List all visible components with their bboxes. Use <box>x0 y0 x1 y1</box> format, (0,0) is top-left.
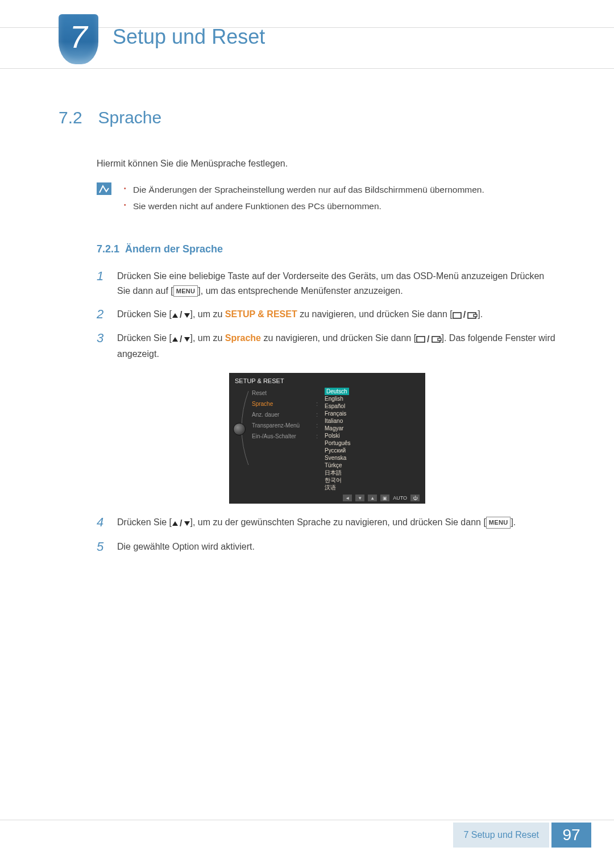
menu-key-icon: MENU <box>173 285 198 297</box>
osd-up-icon: ▲ <box>368 495 377 501</box>
step-text: ]. <box>511 517 516 527</box>
osd-lang-option: Polski <box>325 432 420 439</box>
osd-menu-item: Transparenz-Menü: <box>252 420 320 431</box>
osd-auto-label: AUTO <box>393 495 407 501</box>
section-number: 7.2 <box>59 108 96 127</box>
section-heading: 7.2 Sprache <box>59 108 557 127</box>
osd-power-icon: ⏻ <box>410 495 420 501</box>
osd-left-icon: ◄ <box>343 495 352 501</box>
osd-lang-option: Русский <box>325 447 420 454</box>
svg-rect-2 <box>453 313 461 318</box>
osd-lang-option: 日本語 <box>325 469 420 476</box>
up-down-key-icon: / <box>172 332 190 347</box>
note-item: Sie werden nicht auf andere Funktionen d… <box>122 198 484 214</box>
osd-lang-option: Português <box>325 439 420 447</box>
svg-rect-7 <box>417 337 425 342</box>
osd-lang-option: 한국어 <box>325 476 420 484</box>
enter-key-icon: / <box>453 308 478 322</box>
step-text: ]. <box>478 309 483 319</box>
osd-menu-item: Ein-/Aus-Schalter: <box>252 431 320 442</box>
step-number: 2 <box>97 307 105 323</box>
intro-text: Hiermit können Sie die Menüsprache festl… <box>97 159 557 169</box>
osd-lang-option: Italiano <box>325 417 420 425</box>
menu-key-icon: MENU <box>486 517 511 528</box>
svg-rect-4 <box>474 314 477 317</box>
svg-marker-5 <box>172 337 178 342</box>
step-number: 1 <box>97 269 105 299</box>
subsection-heading: 7.2.1 Ändern der Sprache <box>97 243 557 255</box>
footer-page-number: 97 <box>551 823 591 848</box>
footer-chapter-label: 7 Setup und Reset <box>453 823 549 848</box>
step-text: Drücken Sie [ <box>117 333 172 343</box>
step-item: 1 Drücken Sie eine beliebige Taste auf d… <box>97 269 557 299</box>
osd-lang-option: Türkçe <box>325 462 420 469</box>
svg-marker-11 <box>184 521 190 526</box>
svg-marker-6 <box>184 337 190 342</box>
osd-menu-item: Sprache: <box>252 398 320 409</box>
subsection-number: 7.2.1 <box>97 243 119 255</box>
step-text: ], um das entsprechende Menüfenster anzu… <box>198 286 403 296</box>
osd-lang-option: Deutsch <box>325 388 349 395</box>
osd-menu-item: Anz. dauer: <box>252 409 320 420</box>
note-icon <box>97 182 111 195</box>
osd-language-list: DeutschEnglishEspañolFrançaisItalianoMag… <box>325 388 420 491</box>
steps-list-continued: 4 Drücken Sie [/], um zu der gewünschten… <box>97 515 557 554</box>
enter-key-icon: / <box>416 332 441 347</box>
chapter-number-badge: 7 <box>59 14 98 64</box>
step-text: zu navigieren, und drücken Sie dann [ <box>297 309 453 319</box>
osd-lang-option: Magyar <box>325 425 420 432</box>
svg-marker-0 <box>172 313 178 318</box>
section-title: Sprache <box>98 108 161 127</box>
chapter-title: Setup und Reset <box>113 25 265 49</box>
step-number: 3 <box>97 331 105 362</box>
step-text: zu navigieren, und drücken Sie dann [ <box>261 333 416 343</box>
step-item: 4 Drücken Sie [/], um zu der gewünschten… <box>97 515 557 531</box>
osd-enter-icon: ▣ <box>380 495 389 501</box>
svg-marker-10 <box>172 521 178 526</box>
up-down-key-icon: / <box>172 308 190 322</box>
step-text: Drücken Sie eine beliebige Taste auf der… <box>117 271 508 281</box>
osd-lang-option: Français <box>325 410 420 417</box>
step-text: Drücken Sie [ <box>117 309 172 319</box>
osd-menu-item: Reset <box>252 388 320 398</box>
step-text: Die gewählte Option wird aktiviert. <box>117 539 255 554</box>
note-item: Die Änderungen der Spracheinstellung wer… <box>122 181 484 198</box>
osd-lang-option: English <box>325 395 420 402</box>
osd-lang-option: 汉语 <box>325 484 420 491</box>
step-number: 4 <box>97 515 105 531</box>
step-number: 5 <box>97 539 105 554</box>
osd-title: SETUP & RESET <box>235 377 420 384</box>
note-block: Die Änderungen der Spracheinstellung wer… <box>97 181 557 215</box>
osd-screenshot: SETUP & RESET ResetSprache:Anz. dauer:Tr… <box>229 373 425 504</box>
svg-rect-9 <box>438 338 441 340</box>
osd-down-icon: ▼ <box>355 495 364 501</box>
osd-menu: ResetSprache:Anz. dauer:Transparenz-Menü… <box>235 388 320 491</box>
subsection-title: Ändern der Sprache <box>125 243 223 255</box>
step-item: 5 Die gewählte Option wird aktiviert. <box>97 539 557 554</box>
note-list: Die Änderungen der Spracheinstellung wer… <box>122 181 484 215</box>
up-down-key-icon: / <box>172 516 190 531</box>
step-text: ], um zu <box>190 309 225 319</box>
highlight-text: Sprache <box>225 333 261 343</box>
step-text: ], um zu der gewünschten Sprache zu navi… <box>190 517 486 527</box>
osd-footer: ◄ ▼ ▲ ▣ AUTO ⏻ <box>235 495 420 501</box>
step-text: ], um zu <box>190 333 225 343</box>
step-text: Drücken Sie [ <box>117 517 172 527</box>
step-item: 2 Drücken Sie [/], um zu SETUP & RESET z… <box>97 307 557 323</box>
svg-marker-1 <box>184 313 190 318</box>
osd-lang-option: Svenska <box>325 454 420 462</box>
page-footer: 7 Setup und Reset 97 <box>0 823 614 848</box>
steps-list: 1 Drücken Sie eine beliebige Taste auf d… <box>97 269 557 362</box>
step-item: 3 Drücken Sie [/], um zu Sprache zu navi… <box>97 331 557 362</box>
highlight-text: SETUP & RESET <box>225 309 297 319</box>
osd-lang-option: Español <box>325 402 420 410</box>
